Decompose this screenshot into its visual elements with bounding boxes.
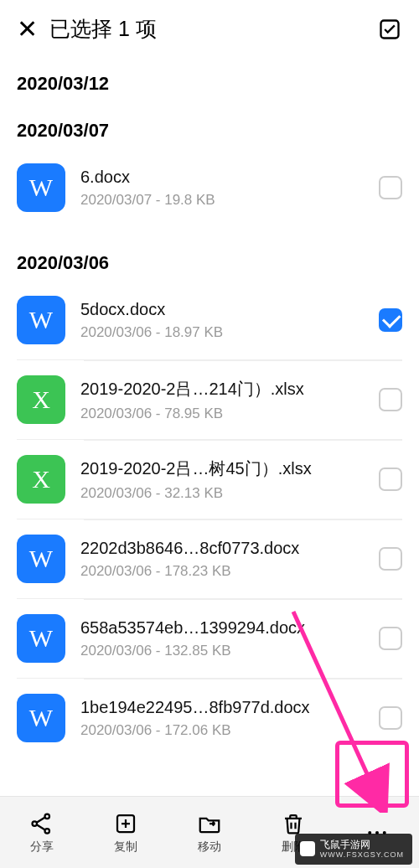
svg-point-3 (45, 829, 50, 834)
move-button[interactable]: 移动 (168, 797, 251, 868)
file-subtitle: 2020/03/06 - 172.06 KB (80, 722, 369, 739)
copy-button[interactable]: 复制 (84, 797, 168, 868)
file-meta: 6.docx2020/03/07 - 19.8 KB (80, 168, 369, 209)
share-label: 分享 (30, 840, 54, 855)
file-row[interactable]: X2019-2020-2吕…214门）.xlsx2020/03/06 - 78.… (17, 359, 402, 439)
file-name: 5docx.docx (80, 300, 369, 319)
file-subtitle: 2020/03/07 - 19.8 KB (80, 192, 369, 209)
file-row[interactable]: W2202d3b8646…8cf0773.docx2020/03/06 - 17… (17, 519, 402, 598)
file-meta: 2019-2020-2吕…树45门）.xlsx2020/03/06 - 32.1… (80, 457, 369, 502)
file-name: 658a53574eb…1399294.docx (80, 618, 369, 638)
watermark-text: 飞鼠手游网 (320, 839, 404, 850)
file-meta: 1be194e22495…8fb977d.docx2020/03/06 - 17… (80, 698, 369, 739)
file-name: 1be194e22495…8fb977d.docx (80, 698, 369, 717)
file-subtitle: 2020/03/06 - 178.23 KB (80, 563, 369, 580)
date-header: 2020/03/07 (17, 120, 402, 142)
file-subtitle: 2020/03/06 - 78.95 KB (80, 406, 369, 422)
file-checkbox[interactable] (379, 308, 402, 332)
file-checkbox[interactable] (379, 627, 402, 650)
select-all-button[interactable] (377, 17, 402, 42)
file-checkbox[interactable] (379, 706, 402, 730)
file-checkbox[interactable] (379, 176, 402, 199)
watermark: 飞鼠手游网 WWW.FSXGSY.COM (295, 834, 412, 865)
word-file-icon: W (17, 163, 65, 212)
file-checkbox[interactable] (379, 388, 402, 411)
file-subtitle: 2020/03/06 - 132.85 KB (80, 643, 369, 659)
date-header: 2020/03/12 (17, 73, 402, 95)
file-row[interactable]: W5docx.docx2020/03/06 - 18.97 KB (17, 281, 402, 359)
svg-point-2 (45, 814, 50, 819)
file-name: 2019-2020-2吕…树45门）.xlsx (80, 457, 369, 480)
file-checkbox[interactable] (379, 547, 402, 571)
move-label: 移动 (198, 840, 221, 855)
file-meta: 5docx.docx2020/03/06 - 18.97 KB (80, 300, 369, 341)
file-checkbox[interactable] (379, 468, 402, 491)
file-subtitle: 2020/03/06 - 18.97 KB (80, 324, 369, 341)
file-row[interactable]: W1be194e22495…8fb977d.docx2020/03/06 - 1… (17, 678, 402, 757)
svg-point-1 (33, 821, 38, 826)
share-button[interactable]: 分享 (0, 797, 84, 868)
excel-file-icon: X (17, 375, 65, 424)
date-header: 2020/03/06 (17, 252, 402, 274)
file-subtitle: 2020/03/06 - 32.13 KB (80, 485, 369, 502)
word-file-icon: W (17, 614, 65, 663)
file-row[interactable]: X2019-2020-2吕…树45门）.xlsx2020/03/06 - 32.… (17, 439, 402, 519)
file-meta: 2202d3b8646…8cf0773.docx2020/03/06 - 178… (80, 539, 369, 580)
file-name: 2019-2020-2吕…214门）.xlsx (80, 378, 369, 400)
file-meta: 2019-2020-2吕…214门）.xlsx2020/03/06 - 78.9… (80, 378, 369, 422)
file-name: 6.docx (80, 168, 369, 187)
word-file-icon: W (17, 296, 65, 344)
file-row[interactable]: W658a53574eb…1399294.docx2020/03/06 - 13… (17, 598, 402, 678)
excel-file-icon: X (17, 455, 65, 504)
copy-label: 复制 (114, 840, 137, 855)
word-file-icon: W (17, 535, 65, 583)
word-file-icon: W (17, 694, 65, 742)
file-row[interactable]: W6.docx2020/03/07 - 19.8 KB (17, 148, 402, 227)
page-title: 已选择 1 项 (49, 15, 377, 43)
close-icon[interactable]: ✕ (17, 17, 38, 42)
watermark-logo-icon (300, 841, 315, 856)
file-meta: 658a53574eb…1399294.docx2020/03/06 - 132… (80, 618, 369, 659)
file-name: 2202d3b8646…8cf0773.docx (80, 539, 369, 558)
watermark-url: WWW.FSXGSY.COM (320, 850, 404, 860)
